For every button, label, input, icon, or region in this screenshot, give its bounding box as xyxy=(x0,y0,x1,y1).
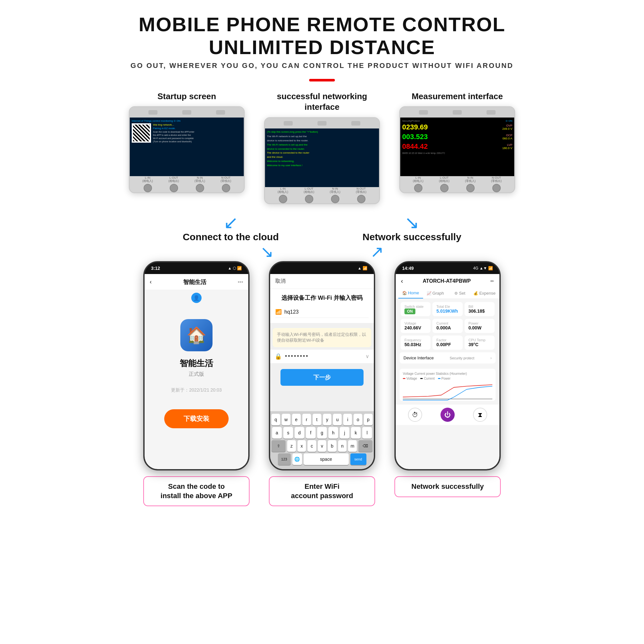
voltage-label: Voltage xyxy=(404,321,427,325)
power-value: 0.00W xyxy=(469,325,491,330)
kb-123[interactable]: 123 xyxy=(278,453,291,465)
kb-m[interactable]: m xyxy=(348,440,357,452)
bill-value: 306.18$ xyxy=(469,308,491,314)
device-frame-network: (To skip this screen,long press the "+"b… xyxy=(264,117,380,204)
nav-back-button[interactable]: ‹ xyxy=(401,277,403,285)
kb-x[interactable]: x xyxy=(298,440,306,452)
kb-space[interactable]: space xyxy=(304,453,349,465)
cancel-button[interactable]: 取消 xyxy=(275,278,286,285)
chevron-right-icon: › xyxy=(490,355,492,360)
factor-value: 0.00PF xyxy=(436,342,459,347)
kb-z[interactable]: z xyxy=(287,440,296,452)
kb-f[interactable]: f xyxy=(306,427,316,439)
legend-dot-current xyxy=(420,378,423,379)
kb-v[interactable]: v xyxy=(318,440,327,452)
port-label-nout: N-OUT(零线出) xyxy=(221,176,231,183)
measure-val-3: 0844.42 xyxy=(402,142,428,151)
kb-c[interactable]: c xyxy=(308,440,316,452)
kb-t[interactable]: t xyxy=(313,414,321,425)
kb-h[interactable]: h xyxy=(328,427,338,439)
tab-set[interactable]: ⚙ Set xyxy=(448,288,472,298)
power-icon[interactable]: ⏻ xyxy=(440,408,455,422)
kb-e[interactable]: e xyxy=(292,414,301,425)
device-btn-m1 xyxy=(419,110,428,115)
tab-expense[interactable]: 💰 Expense xyxy=(472,288,497,298)
kb-j[interactable]: j xyxy=(340,427,349,439)
kb-delete[interactable]: ⌫ xyxy=(358,440,373,452)
device-label-startup: Startup screen xyxy=(157,91,216,102)
main-title: MOBILE PHONE REMOTE CONTROL UNLIMITED DI… xyxy=(130,13,513,59)
kb-o[interactable]: o xyxy=(354,414,362,425)
step-label-left: Connect to the cloud xyxy=(183,232,279,242)
port-label-lout: L-OUT(相电出) xyxy=(168,176,179,183)
monitor-row-3: Frequency 50.03Hz Factor 0.00PF CPU Temp… xyxy=(400,336,496,350)
kb-send[interactable]: send xyxy=(350,453,366,465)
app-nav-bar-1: ‹ 智能生活 ••• xyxy=(145,274,248,290)
network-header: (To skip this screen,long press the "+"b… xyxy=(267,130,377,133)
tab-home[interactable]: 🏠 Home xyxy=(398,288,423,298)
kb-d[interactable]: d xyxy=(295,427,304,439)
phone-status-3: 4G ▲▼ 📶 xyxy=(473,266,493,270)
qr-placeholder xyxy=(132,123,151,143)
red-bar xyxy=(309,79,335,81)
app-nav-title: 智能生活 xyxy=(183,278,206,286)
kb-l[interactable]: l xyxy=(362,427,372,439)
wifi-header: 选择设备工作 Wi-Fi 并输入密码 📶 hq123 xyxy=(270,289,374,323)
switch-card: Switch state ON xyxy=(401,302,431,316)
download-button[interactable]: 下载安装 xyxy=(164,409,229,428)
device-col-network: successful networkinginterface (To skip … xyxy=(261,91,383,204)
kb-r[interactable]: r xyxy=(302,414,311,425)
port-knob-nin xyxy=(196,184,204,192)
tab-graph[interactable]: 📈 Graph xyxy=(423,288,448,298)
device-label-measure: Measurement interface xyxy=(412,91,503,102)
device-bottom-bar-network: L-IN(相电入) L-OUT(相电出) N-IN(零线入) N-OUT(零线出… xyxy=(265,187,379,203)
kb-s[interactable]: s xyxy=(283,427,293,439)
keyboard-area: q w e r t y u i o p a xyxy=(270,411,374,469)
kb-y[interactable]: y xyxy=(323,414,332,425)
hourglass-icon[interactable]: ⧗ xyxy=(473,408,487,422)
kb-i[interactable]: i xyxy=(343,414,352,425)
qr-inner xyxy=(133,125,150,141)
kb-w[interactable]: w xyxy=(282,414,290,425)
kb-n[interactable]: n xyxy=(338,440,347,452)
kb-emoji[interactable]: 🌐 xyxy=(292,453,302,465)
phones-row: 3:12 ▲ ⬡ 📶 ‹ 智能生活 ••• 👤 🏠 xyxy=(143,261,501,506)
device-screen-measure: SecurityProtect ⊙ ON 0239.69 OVP 249.0 V… xyxy=(400,118,514,176)
monitor-row-2: Voltage 240.66V Current 0.000A Power 0.0… xyxy=(400,319,496,333)
kb-p[interactable]: p xyxy=(364,414,373,425)
monitor-edit-icon[interactable]: ✏ xyxy=(490,279,494,284)
kb-k[interactable]: k xyxy=(351,427,361,439)
home-tab-icon: 🏠 xyxy=(402,291,407,295)
kb-u[interactable]: u xyxy=(333,414,342,425)
monitor-tabs: 🏠 Home 📈 Graph ⚙ Set 💰 xyxy=(396,288,499,299)
measure-val-2: 003.523 xyxy=(402,133,428,141)
device-bottom-bar-measure: L-IN(相电入) L-OUT(相电出) N-IN(零线入) N-OUT(零线出… xyxy=(400,176,514,192)
header-section: MOBILE PHONE REMOTE CONTROL UNLIMITED DI… xyxy=(130,13,513,70)
kb-b[interactable]: b xyxy=(328,440,336,452)
phone-wrapper-1: 3:12 ▲ ⬡ 📶 ‹ 智能生活 ••• 👤 🏠 xyxy=(143,261,250,506)
measure-row-1: 0239.69 OVP 249.0 V xyxy=(402,123,512,131)
port-knob-lin xyxy=(144,184,152,192)
step-label-right: Network successfully xyxy=(363,232,461,242)
kb-shift[interactable]: ⇧ xyxy=(271,440,286,452)
kb-g[interactable]: g xyxy=(317,427,327,439)
wifi-network-item: 📶 hq123 xyxy=(275,306,369,318)
kb-a[interactable]: a xyxy=(272,427,282,439)
password-field[interactable]: •••••••• xyxy=(285,353,309,360)
next-button[interactable]: 下一步 xyxy=(280,369,364,386)
device-label-network: successful networkinginterface xyxy=(277,91,367,113)
chart-svg xyxy=(403,382,492,401)
app-name-cn: 智能生活 xyxy=(180,358,213,369)
cpu-card: CPU Temp 39°C xyxy=(465,336,495,350)
kb-q[interactable]: q xyxy=(271,414,280,425)
current-card: Current 0.000A xyxy=(432,319,462,333)
device-top-bar-measure xyxy=(400,107,514,118)
bill-label: Bill xyxy=(469,305,491,308)
phone-screen-3: ‹ ATORCH-AT4PBWP ✏ 🏠 Home 📈 Graph xyxy=(396,274,499,469)
devices-row: Startup screen Internet of Things contro… xyxy=(126,91,518,204)
security-label: Security protect xyxy=(450,356,474,360)
port-label-nin: N-IN(零线入) xyxy=(194,176,205,183)
phone-status-1: ▲ ⬡ 📶 xyxy=(228,266,242,270)
device-interface-row[interactable]: Device Interface Security protect › xyxy=(400,352,496,364)
timer-icon[interactable]: ⏱ xyxy=(408,408,422,422)
